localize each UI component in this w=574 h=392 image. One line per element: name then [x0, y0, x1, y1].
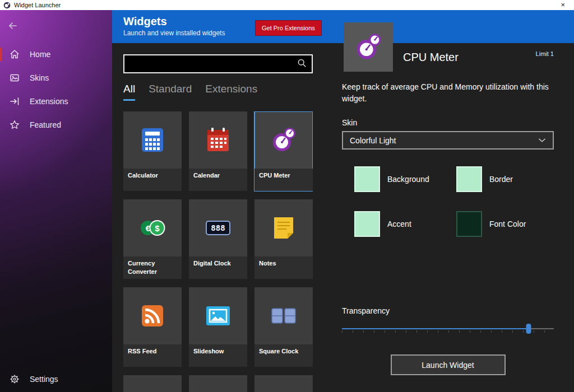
- skin-label: Skin: [342, 118, 554, 127]
- swatch-label: Background: [387, 175, 429, 184]
- widget-tile-square-clock[interactable]: Square Clock: [254, 287, 313, 367]
- widget-tile-digital-clock[interactable]: 888 Digital Clock: [189, 199, 247, 279]
- search-input[interactable]: [129, 60, 297, 68]
- widget-tile-cpu-meter[interactable]: CPU Meter: [254, 111, 313, 191]
- background-color-swatch[interactable]: [354, 166, 380, 192]
- color-swatches: Background Border Accent: [342, 166, 554, 237]
- sidebar-item-settings[interactable]: Settings: [0, 367, 112, 391]
- widget-detail-panel: CPU Meter Limit 1 Keep track of average …: [342, 43, 574, 392]
- swatch-accent: Accent: [354, 211, 456, 237]
- slider-fill: [342, 328, 529, 329]
- widget-tile-label: Slideshow: [189, 344, 247, 367]
- square-clock-icon: [254, 287, 313, 344]
- tab-all[interactable]: All: [123, 83, 135, 101]
- widget-tile[interactable]: [189, 375, 247, 392]
- svg-text:888: 888: [211, 223, 225, 232]
- calculator-icon: [123, 111, 182, 169]
- main-panel: Widgets Launch and view installed widget…: [112, 10, 574, 392]
- search-icon[interactable]: [297, 58, 307, 70]
- skins-icon: [9, 72, 20, 83]
- sidebar-item-extensions[interactable]: Extensions: [0, 90, 112, 113]
- tab-extensions[interactable]: Extensions: [205, 83, 257, 101]
- sidebar: Home Skins Extensions Featured: [0, 10, 112, 392]
- skin-dropdown[interactable]: Colorful Light: [342, 131, 554, 150]
- extensions-icon: [9, 96, 20, 107]
- home-icon: [9, 49, 20, 60]
- font-color-swatch[interactable]: [456, 211, 482, 237]
- limit-badge: Limit 1: [536, 50, 554, 72]
- back-button[interactable]: [7, 20, 21, 32]
- skin-dropdown-value: Colorful Light: [350, 136, 396, 145]
- swatch-label: Font Color: [489, 220, 526, 228]
- currency-converter-icon: €$: [123, 199, 182, 256]
- tab-standard[interactable]: Standard: [149, 83, 192, 101]
- transparency-slider[interactable]: [342, 323, 554, 334]
- sidebar-item-home[interactable]: Home: [0, 43, 112, 66]
- widget-tile[interactable]: [123, 375, 182, 392]
- cpu-meter-icon: [352, 31, 385, 63]
- sidebar-item-label: Extensions: [30, 97, 68, 106]
- get-pro-extensions-button[interactable]: Get Pro Extensions: [255, 20, 322, 36]
- widget-tile[interactable]: [254, 375, 313, 392]
- calendar-icon: [189, 111, 247, 169]
- slideshow-icon: [189, 287, 247, 344]
- swatch-background: Background: [354, 166, 456, 192]
- window-title: Widget Launcher: [14, 2, 61, 8]
- widget-tile-slideshow[interactable]: Slideshow: [189, 287, 247, 367]
- digital-clock-icon: 888: [189, 199, 247, 256]
- star-icon: [9, 119, 20, 130]
- sidebar-item-featured[interactable]: Featured: [0, 113, 112, 137]
- sidebar-nav: Home Skins Extensions Featured: [0, 43, 112, 137]
- sidebar-item-label: Settings: [30, 375, 58, 384]
- swatch-label: Accent: [387, 220, 411, 228]
- widget-tile-notes[interactable]: Notes: [254, 199, 313, 279]
- sidebar-item-skins[interactable]: Skins: [0, 66, 112, 90]
- widget-tile-label: CPU Meter: [254, 169, 313, 191]
- slider-thumb[interactable]: [526, 324, 531, 334]
- swatch-font-color: Font Color: [456, 211, 554, 237]
- widget-tile-currency-converter[interactable]: €$ Currency Converter: [123, 199, 182, 279]
- widget-tile-label: RSS Feed: [123, 344, 182, 367]
- widget-tile-label: Digital Clock: [189, 256, 247, 279]
- titlebar: Widget Launcher ×: [0, 0, 574, 10]
- app-body: Home Skins Extensions Featured: [0, 10, 574, 392]
- swatch-border: Border: [456, 166, 554, 192]
- back-arrow-icon: [7, 20, 19, 31]
- detail-title: CPU Meter: [403, 51, 459, 72]
- gear-icon: [9, 374, 20, 385]
- launch-widget-button[interactable]: Launch Widget: [391, 354, 506, 375]
- svg-text:$: $: [155, 223, 160, 233]
- widget-tile-calculator[interactable]: Calculator: [123, 111, 182, 191]
- widget-tile-label: Currency Converter: [123, 256, 182, 279]
- notes-icon: [254, 199, 313, 256]
- widget-grid: Calculator Calendar CPU Meter: [123, 111, 313, 392]
- detail-hero: CPU Meter Limit 1: [344, 22, 554, 72]
- widget-tile-label: Square Clock: [254, 344, 313, 367]
- sidebar-item-label: Featured: [30, 120, 61, 129]
- accent-color-swatch[interactable]: [354, 211, 380, 237]
- app-icon: [3, 2, 11, 9]
- widget-tile-label: Calendar: [189, 169, 247, 191]
- widget-tile-label: Notes: [254, 256, 313, 279]
- library-tabs: All Standard Extensions: [123, 83, 313, 101]
- transparency-label: Transparency: [342, 306, 554, 315]
- close-icon[interactable]: ×: [555, 0, 571, 10]
- widget-tile-label: Calculator: [123, 169, 182, 191]
- widget-tile-rss-feed[interactable]: RSS Feed: [123, 287, 182, 367]
- rss-icon: [123, 287, 182, 344]
- chevron-down-icon: [538, 138, 546, 143]
- cpu-meter-icon: [254, 111, 313, 169]
- sidebar-item-label: Home: [30, 50, 50, 59]
- detail-description: Keep track of average CPU and Memory uti…: [342, 81, 554, 105]
- widget-tile-calendar[interactable]: Calendar: [189, 111, 247, 191]
- search-box: [123, 54, 313, 73]
- widget-library: All Standard Extensions Calculator: [123, 43, 313, 392]
- slider-ticks: [342, 330, 554, 333]
- swatch-label: Border: [489, 175, 513, 184]
- sidebar-item-label: Skins: [30, 73, 49, 82]
- cpu-meter-hero-tile: [344, 22, 393, 72]
- border-color-swatch[interactable]: [456, 166, 482, 192]
